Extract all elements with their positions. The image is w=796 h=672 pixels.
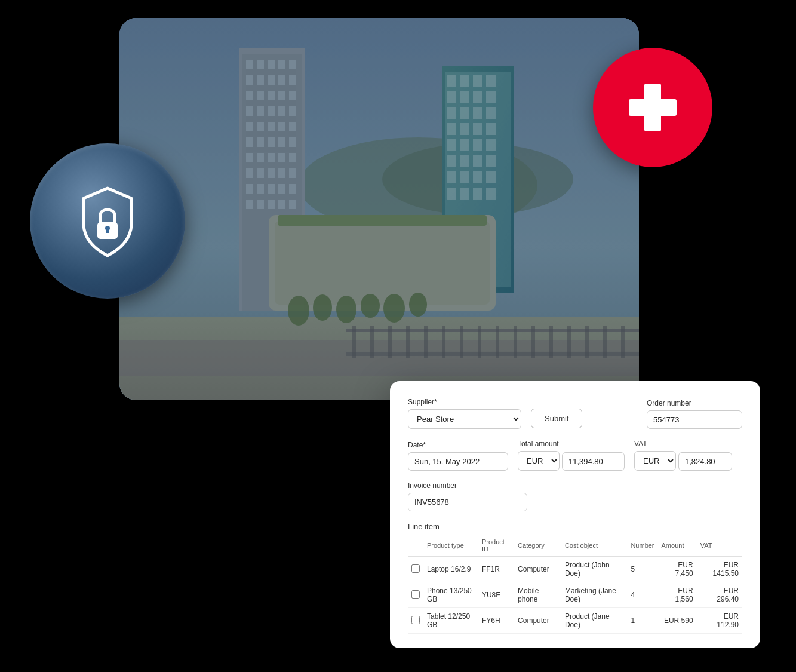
form-row-date: Date* Total amount EUR VAT EUR [408,440,742,471]
header-amount: Amount [658,536,697,557]
date-label: Date* [408,441,508,449]
city-card [119,18,639,400]
vat-currency-select[interactable]: EUR [634,451,676,471]
svg-rect-119 [119,18,639,400]
cost-object: Product (Jane Doe) [561,608,627,634]
swiss-flag-badge [593,48,712,167]
shield-icon [66,179,149,263]
header-product-type: Product type [423,536,478,557]
header-category: Category [514,536,561,557]
line-items-label: Line item [408,522,742,531]
row-checkbox[interactable] [411,616,420,624]
category: Mobile phone [514,582,561,608]
row-checkbox[interactable] [411,590,420,599]
items-table: Product type Product ID Category Cost ob… [408,536,742,634]
form-row-invoice: Invoice number [408,481,742,511]
vat: EUR 296.40 [697,582,742,608]
vat-currency-group: EUR [634,451,732,471]
product-type: Phone 13/250 GB [423,582,478,608]
header-vat: VAT [697,536,742,557]
number: 5 [627,557,657,582]
product-id: FY6H [478,608,514,634]
svg-rect-122 [106,228,109,233]
supplier-label: Supplier* [408,398,521,406]
table-row: Phone 13/250 GB YU8F Mobile phone Market… [408,582,742,608]
product-id: YU8F [478,582,514,608]
table-row: Tablet 12/250 GB FY6H Computer Product (… [408,608,742,634]
invoice-form-card: Supplier* Pear StoreOther Supplier Submi… [390,381,760,648]
number: 1 [627,608,657,634]
total-currency-select[interactable]: EUR [518,451,560,471]
amount: EUR 590 [658,608,697,634]
order-number-input[interactable] [647,410,742,429]
form-row-supplier: Supplier* Pear StoreOther Supplier Submi… [408,398,742,429]
order-number-group: Order number [647,399,742,429]
line-items-section: Line item Product type Product ID Catego… [408,522,742,634]
product-type: Laptop 16/2.9 [423,557,478,582]
date-input[interactable] [408,452,508,471]
vat-label: VAT [634,440,732,448]
header-checkbox [408,536,423,557]
total-amount-label: Total amount [518,440,625,448]
amount: EUR 1,560 [658,582,697,608]
vat: EUR 112.90 [697,608,742,634]
amount: EUR 7,450 [658,557,697,582]
invoice-number-group: Invoice number [408,481,527,511]
number: 4 [627,582,657,608]
total-amount-group: Total amount EUR [518,440,625,471]
supplier-group: Supplier* Pear StoreOther Supplier [408,398,521,429]
table-row: Laptop 16/2.9 FF1R Computer Product (Joh… [408,557,742,582]
shield-badge [30,143,185,299]
product-id: FF1R [478,557,514,582]
category: Computer [514,608,561,634]
vat-amount-input[interactable] [678,452,732,471]
cost-object: Product (John Doe) [561,557,627,582]
header-number: Number [627,536,657,557]
header-product-id: Product ID [478,536,514,557]
invoice-number-label: Invoice number [408,481,527,490]
total-amount-input[interactable] [562,452,625,471]
vat: EUR 1415.50 [697,557,742,582]
category: Computer [514,557,561,582]
invoice-number-input[interactable] [408,493,527,511]
swiss-cross [629,84,677,131]
date-group: Date* [408,441,508,471]
cost-object: Marketing (Jane Doe) [561,582,627,608]
vat-group: VAT EUR [634,440,732,471]
submit-button[interactable]: Submit [531,409,582,428]
header-cost-object: Cost object [561,536,627,557]
total-currency-group: EUR [518,451,625,471]
product-type: Tablet 12/250 GB [423,608,478,634]
table-header-row: Product type Product ID Category Cost ob… [408,536,742,557]
row-checkbox[interactable] [411,564,420,573]
order-number-label: Order number [647,399,742,407]
supplier-select[interactable]: Pear StoreOther Supplier [408,409,521,429]
